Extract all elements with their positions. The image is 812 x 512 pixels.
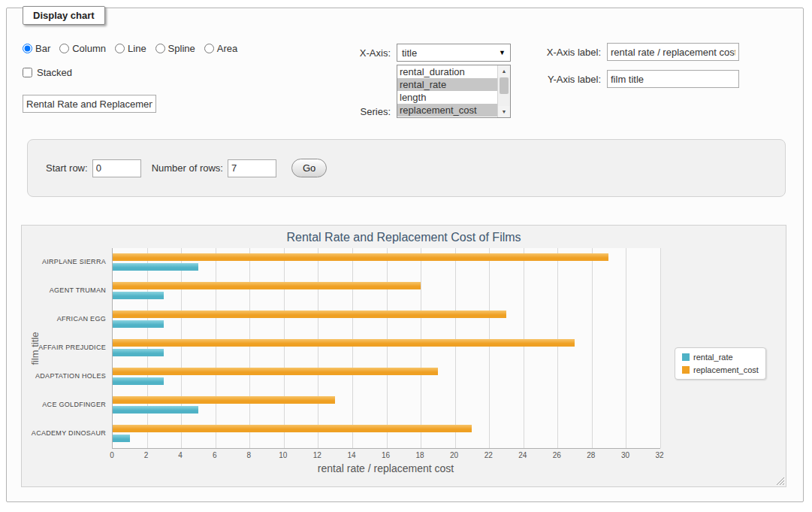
- scroll-down-icon[interactable]: ▼: [498, 106, 510, 117]
- chart-legend: rental_ratereplacement_cost: [675, 347, 766, 380]
- chevron-down-icon: ▼: [499, 49, 506, 56]
- series-options: rental_durationrental_ratelengthreplacem…: [397, 65, 497, 117]
- x-tick-label: 0: [110, 451, 114, 459]
- x-axis-label-input[interactable]: [607, 43, 739, 61]
- gridline: [489, 248, 490, 448]
- bar-replacement_cost: [113, 425, 472, 432]
- chart-type-radio-line[interactable]: [115, 44, 125, 53]
- number-of-rows-input[interactable]: [228, 159, 276, 177]
- gridline: [387, 248, 388, 448]
- legend-swatch: [682, 353, 690, 361]
- number-of-rows-label: Number of rows:: [152, 162, 223, 174]
- bar-rental_rate: [113, 406, 198, 414]
- gridline: [284, 248, 285, 448]
- gridline: [455, 248, 456, 448]
- chart-type-label: Column: [72, 43, 106, 54]
- y-axis-label-input[interactable]: [607, 70, 739, 88]
- chart-container: Rental Rate and Replacement Cost of Film…: [21, 225, 786, 487]
- gridline: [352, 248, 353, 448]
- x-tick-label: 12: [313, 451, 321, 459]
- scrollbar-track[interactable]: [498, 77, 510, 106]
- go-button[interactable]: Go: [291, 159, 327, 177]
- x-tick-label: 30: [621, 451, 629, 459]
- series-option-length[interactable]: length: [397, 91, 497, 104]
- gridline: [592, 248, 593, 448]
- legend-label: rental_rate: [693, 353, 733, 362]
- x-tick-label: 8: [246, 451, 251, 459]
- chart-type-label: Area: [217, 43, 237, 54]
- x-axis-label-field-label: X-Axis label:: [517, 47, 601, 58]
- chart-title-input[interactable]: [23, 95, 156, 113]
- bar-replacement_cost: [113, 311, 506, 318]
- x-tick-label: 4: [178, 451, 183, 459]
- stacked-row: Stacked: [23, 67, 72, 78]
- chart-title: Rental Rate and Replacement Cost of Film…: [22, 231, 786, 244]
- plot-area: [112, 248, 660, 449]
- bar-replacement_cost: [113, 253, 608, 261]
- bar-replacement_cost: [113, 282, 421, 289]
- x-tick-label: 14: [347, 451, 355, 459]
- bar-rental_rate: [113, 292, 164, 299]
- legend-item-rental_rate[interactable]: rental_rate: [682, 353, 759, 362]
- chart-type-column: Column: [59, 43, 106, 54]
- legend-swatch: [682, 366, 690, 374]
- series-option-replacement_cost[interactable]: replacement_cost: [397, 104, 497, 117]
- category-label: AGENT TRUMAN: [22, 286, 106, 294]
- y-axis-label-field-label: Y-Axis label:: [517, 74, 601, 85]
- x-axis-field-label: X-Axis:: [329, 47, 391, 59]
- chart-type-spline: Spline: [155, 43, 195, 54]
- gridline: [626, 248, 626, 448]
- category-label: ADAPTATION HOLES: [22, 372, 106, 380]
- chart-type-radio-bar[interactable]: [23, 44, 32, 53]
- series-multiselect[interactable]: rental_durationrental_ratelengthreplacem…: [397, 65, 511, 118]
- gridline: [147, 248, 148, 448]
- bar-replacement_cost: [113, 339, 575, 347]
- gridline: [421, 248, 421, 448]
- category-label: ACADEMY DINOSAUR: [22, 429, 106, 437]
- stacked-label: Stacked: [37, 67, 72, 78]
- category-label: AFFAIR PREJUDICE: [22, 344, 106, 351]
- category-label: AIRPLANE SIERRA: [22, 258, 106, 265]
- chart-type-radio-area[interactable]: [204, 44, 214, 53]
- legend-label: replacement_cost: [693, 365, 759, 374]
- stacked-checkbox[interactable]: [23, 68, 32, 77]
- x-tick-label: 2: [144, 451, 149, 459]
- x-tick-label: 6: [213, 451, 217, 459]
- bar-replacement_cost: [113, 396, 335, 404]
- x-tick-label: 10: [279, 451, 287, 459]
- x-tick-label: 26: [553, 451, 561, 459]
- x-tick-label: 18: [416, 451, 424, 459]
- gridline: [660, 248, 661, 448]
- bar-rental_rate: [113, 263, 198, 271]
- gridline: [557, 248, 558, 448]
- x-axis-select[interactable]: title ▼: [397, 44, 511, 62]
- bar-rental_rate: [113, 320, 164, 328]
- x-axis-selected-value: title: [402, 47, 417, 59]
- series-option-rental_rate[interactable]: rental_rate: [397, 78, 497, 91]
- series-scrollbar[interactable]: ▲ ▼: [497, 65, 510, 117]
- gridline: [249, 248, 250, 448]
- resize-handle-icon[interactable]: [776, 477, 785, 486]
- legend-item-replacement_cost[interactable]: replacement_cost: [682, 365, 759, 374]
- chart-type-radio-spline[interactable]: [155, 44, 165, 53]
- chart-type-radio-column[interactable]: [59, 44, 69, 53]
- gridline: [318, 248, 318, 448]
- series-option-rental_duration[interactable]: rental_duration: [397, 65, 497, 78]
- chart-type-label: Bar: [35, 43, 50, 54]
- category-labels: AIRPLANE SIERRAAGENT TRUMANAFRICAN EGGAF…: [22, 248, 106, 448]
- page: Display chart BarColumnLineSplineArea St…: [0, 0, 812, 512]
- x-tick-label: 24: [518, 451, 527, 459]
- x-tick-label: 16: [382, 451, 390, 459]
- scrollbar-thumb[interactable]: [500, 77, 509, 94]
- x-tick-label: 28: [587, 451, 595, 459]
- chart-type-line: Line: [115, 43, 146, 54]
- scroll-up-icon[interactable]: ▲: [498, 65, 510, 77]
- panel-title: Display chart: [23, 6, 105, 25]
- gridline: [181, 248, 182, 448]
- chart-type-bar: Bar: [23, 43, 50, 54]
- start-row-input[interactable]: [92, 159, 141, 177]
- x-axis-title: rental rate / replacement cost: [112, 462, 660, 474]
- gridline: [216, 248, 216, 448]
- category-label: ACE GOLDFINGER: [22, 401, 106, 408]
- chart-type-group: BarColumnLineSplineArea: [23, 43, 237, 54]
